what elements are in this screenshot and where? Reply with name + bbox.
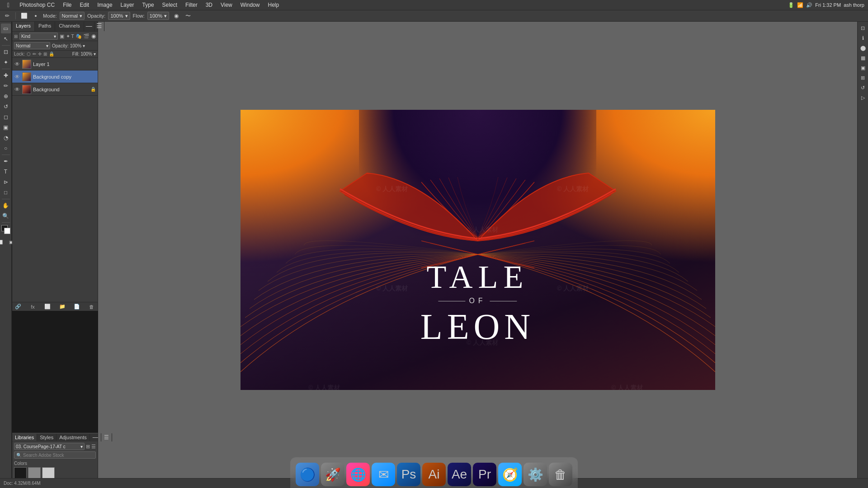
library-dropdown[interactable]: 03. CoursePage-17-AT copy▾ <box>14 443 85 450</box>
text-tool[interactable]: T <box>1 167 11 177</box>
layer-name: Layer 1 <box>33 61 96 67</box>
layer-row[interactable]: 👁 Background 🔒 <box>12 83 98 96</box>
fill-value[interactable]: 100% <box>80 52 92 56</box>
crop-tool[interactable]: ⊡ <box>1 47 11 57</box>
patterns-icon[interactable]: ⊞ <box>859 73 868 82</box>
dock-photoshop[interactable]: Ps <box>397 463 420 486</box>
dock-trash[interactable]: 🗑 <box>549 463 572 486</box>
visibility-icon[interactable]: 👁 <box>14 61 20 67</box>
background-color[interactable] <box>4 228 10 234</box>
layer-row[interactable]: 👁 Layer 1 <box>12 58 98 70</box>
dock-premiere[interactable]: Pr <box>473 463 496 486</box>
menu-view[interactable]: View <box>217 1 236 9</box>
tab-libraries[interactable]: Libraries <box>12 434 37 441</box>
lock-artboard-icon[interactable]: ⊞ <box>43 52 47 56</box>
menu-help[interactable]: Help <box>264 1 283 9</box>
history-brush-tool[interactable]: ↺ <box>1 102 11 112</box>
healing-tool[interactable]: ✚ <box>1 70 11 80</box>
apple-menu[interactable]:  <box>4 0 13 9</box>
airbrush-icon[interactable]: ◉ <box>172 11 181 20</box>
lock-position-icon[interactable]: ✛ <box>38 52 42 56</box>
dock-chrome[interactable]: 🌐 <box>346 463 370 486</box>
foreground-background-colors[interactable] <box>1 225 10 234</box>
dock-illustrator[interactable]: Ai <box>422 463 446 486</box>
eyedropper-tool[interactable]: ✦ <box>1 57 11 67</box>
tab-styles[interactable]: Styles <box>37 434 57 441</box>
delete-layer-icon[interactable]: 🗑 <box>88 304 96 310</box>
lock-transparent-icon[interactable]: ⬡ <box>27 52 31 56</box>
tab-adjustments[interactable]: Adjustments <box>57 434 90 441</box>
dock-finder[interactable]: 🔵 <box>296 463 319 486</box>
flow-dropdown[interactable]: 100%▾ <box>147 12 169 20</box>
tab-paths[interactable]: Paths <box>35 22 55 31</box>
lock-all-icon[interactable]: 🔒 <box>49 52 54 56</box>
visibility-icon[interactable]: 👁 <box>14 86 20 93</box>
menu-edit[interactable]: Edit <box>76 1 93 9</box>
hand-tool[interactable]: ✋ <box>1 201 11 211</box>
actions-icon[interactable]: ▷ <box>859 93 868 102</box>
direct-select-tool[interactable]: ↖ <box>1 34 11 44</box>
menu-file[interactable]: File <box>59 1 75 9</box>
menu-type[interactable]: Type <box>139 1 158 9</box>
pen-tool[interactable]: ✒ <box>1 156 11 166</box>
dock-aftereffects[interactable]: Ae <box>448 463 471 486</box>
brush-preset-icon[interactable]: ⬜ <box>19 11 28 20</box>
quick-mask-icon[interactable]: ⬜ <box>0 237 5 247</box>
dock-launchpad[interactable]: 🚀 <box>321 463 344 486</box>
opacity-dropdown[interactable]: 100%▾ <box>108 12 130 20</box>
zoom-tool[interactable]: 🔍 <box>1 211 11 221</box>
gradient-panel-icon[interactable]: ▣ <box>859 63 868 72</box>
menu-filter[interactable]: Filter <box>182 1 201 9</box>
stamp-tool[interactable]: ⊕ <box>1 91 11 101</box>
menu-image[interactable]: Image <box>94 1 116 9</box>
brush-size-icon[interactable]: ● <box>31 11 40 20</box>
kind-dropdown[interactable]: Kind▾ <box>19 33 58 40</box>
selection-tool[interactable]: ▭ <box>1 23 11 33</box>
menu-select[interactable]: Select <box>159 1 181 9</box>
blend-mode-dropdown[interactable]: Normal▾ <box>14 42 50 49</box>
info-icon[interactable]: ℹ <box>859 33 868 42</box>
dock-system-prefs[interactable]: ⚙️ <box>524 463 547 486</box>
filter-toggle[interactable]: ◉ <box>91 33 96 39</box>
gradient-tool[interactable]: ▣ <box>1 122 11 132</box>
fill-control: Fill: 100% ▾ <box>72 52 96 56</box>
lib-grid-icon[interactable]: ⊞ <box>86 444 90 450</box>
new-layer-icon[interactable]: 📄 <box>73 304 81 310</box>
panel-menu-btn[interactable]: ☰ <box>94 22 104 31</box>
path-select-tool[interactable]: ⊳ <box>1 177 11 187</box>
panel-collapse-btn[interactable]: — <box>84 22 94 31</box>
layer-row[interactable]: 👁 Background copy <box>12 70 98 83</box>
color-wheel-icon[interactable]: ⬤ <box>859 43 868 52</box>
blur-tool[interactable]: ◔ <box>1 133 11 143</box>
visibility-icon[interactable]: 👁 <box>14 74 20 80</box>
menu-photoshop[interactable]: Photoshop CC <box>16 1 58 9</box>
smoothing-icon[interactable]: 〜 <box>184 11 193 20</box>
brush-tool[interactable]: ✏ <box>1 81 11 91</box>
eraser-tool[interactable]: ◻ <box>1 112 11 122</box>
tab-channels[interactable]: Channels <box>55 22 84 31</box>
dock-mail[interactable]: ✉ <box>372 463 395 486</box>
lock-paint-icon[interactable]: ✏ <box>33 52 36 56</box>
add-mask-icon[interactable]: ⬜ <box>43 304 52 310</box>
opacity-value[interactable]: 100% <box>70 43 82 48</box>
lib-list-icon[interactable]: ☰ <box>91 444 96 450</box>
mode-dropdown[interactable]: Normal▾ <box>60 12 85 20</box>
menu-window[interactable]: Window <box>237 1 264 9</box>
swatches-icon[interactable]: ▦ <box>859 53 868 62</box>
link-layers-icon[interactable]: 🔗 <box>14 304 22 310</box>
flow-label: Flow: <box>133 13 145 19</box>
tab-layers[interactable]: Layers <box>12 22 35 31</box>
library-search[interactable]: 🔍 Search Adobe Stock <box>14 451 96 459</box>
menu-3d[interactable]: 3D <box>202 1 216 9</box>
shape-tool[interactable]: □ <box>1 188 11 197</box>
add-style-icon[interactable]: fx <box>29 304 37 310</box>
lib-collapse-btn[interactable]: — <box>90 433 101 441</box>
new-group-icon[interactable]: 📁 <box>58 304 66 310</box>
lib-menu-btn[interactable]: ☰ <box>101 433 112 441</box>
dock-safari[interactable]: 🧭 <box>498 463 522 486</box>
brush-tool-icon[interactable]: ✏ <box>3 11 12 20</box>
history-icon[interactable]: ↺ <box>859 83 868 92</box>
menu-layer[interactable]: Layer <box>117 1 138 9</box>
dodge-tool[interactable]: ○ <box>1 143 11 153</box>
navigator-icon[interactable]: ⊡ <box>859 23 868 33</box>
